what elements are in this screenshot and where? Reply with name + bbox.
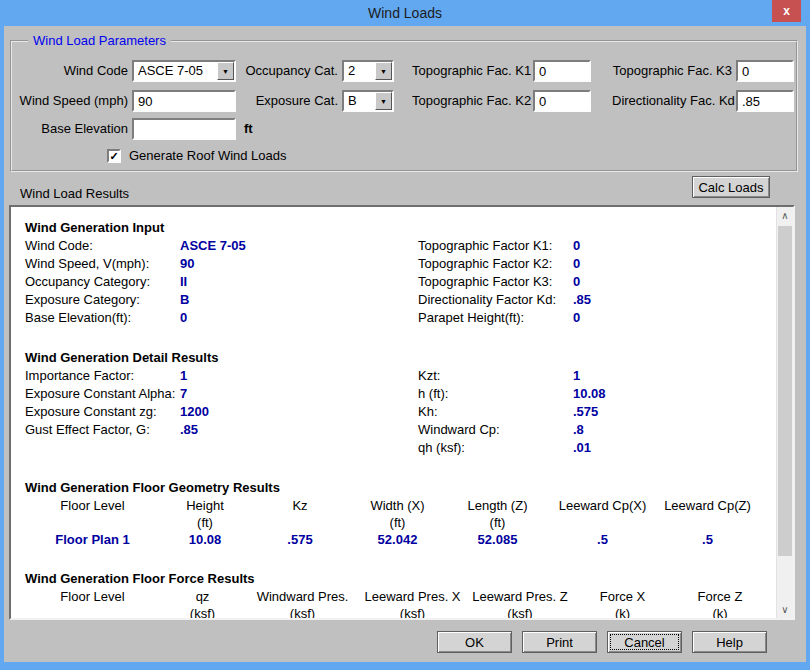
result-value: [180, 439, 418, 457]
table-unit-cell: (ft): [445, 514, 550, 531]
result-label: Wind Speed, V(mph):: [25, 255, 180, 273]
table-unit-cell: (k): [670, 605, 770, 620]
wind-code-value: ASCE 7-05: [134, 62, 217, 80]
table-header-cell: Length (Z): [445, 497, 550, 514]
result-label: [25, 439, 180, 457]
exposure-cat-combo[interactable]: B ▼: [342, 90, 394, 112]
table-unit-cell: [250, 514, 350, 531]
wind-speed-input[interactable]: [132, 90, 236, 112]
table-unit-cell: [25, 605, 160, 620]
scrollbar-thumb[interactable]: [778, 226, 792, 556]
scroll-down-icon[interactable]: ∨: [777, 601, 793, 618]
help-button[interactable]: Help: [692, 631, 767, 653]
check-icon: ✓: [109, 150, 118, 162]
table-units-row: (ft) (ft) (ft): [25, 514, 776, 531]
table-unit-cell: [655, 514, 760, 531]
ok-button[interactable]: OK: [437, 631, 512, 653]
occupancy-cat-combo[interactable]: 2 ▼: [342, 60, 394, 82]
table-header-cell: Height: [160, 497, 250, 514]
floor-force-section: Wind Generation Floor Force Results Floo…: [25, 570, 776, 620]
wind-load-results-label: Wind Load Results: [20, 186, 129, 201]
result-value: ASCE 7-05: [180, 237, 418, 255]
base-elevation-unit: ft: [244, 118, 253, 140]
results-panel: Wind Generation Input Wind Code:ASCE 7-0…: [9, 205, 795, 620]
generate-roof-label: Generate Roof Wind Loads: [129, 148, 287, 163]
table-header-cell: Floor Level: [25, 588, 160, 605]
table-cell: 10.08: [160, 531, 250, 548]
cancel-button[interactable]: Cancel: [607, 631, 682, 653]
result-label: Topographic Factor K3:: [418, 273, 573, 291]
result-value: 90: [180, 255, 418, 273]
chevron-down-icon[interactable]: ▼: [217, 62, 234, 80]
generate-roof-checkbox[interactable]: ✓: [107, 149, 121, 163]
table-header-row: Floor Level Height Kz Width (X) Length (…: [25, 497, 776, 514]
table-unit-cell: (ksf): [465, 605, 575, 620]
result-label: Directionality Factor Kd:: [418, 291, 573, 309]
result-label: Wind Code:: [25, 237, 180, 255]
titlebar[interactable]: Wind Loads x: [0, 0, 810, 26]
wind-loads-dialog: Wind Load Parameters Wind Code ASCE 7-05…: [4, 26, 806, 662]
calc-loads-button[interactable]: Calc Loads: [692, 176, 770, 198]
table-header-cell: Leeward Pres. Z: [465, 588, 575, 605]
table-cell: 52.085: [445, 531, 550, 548]
result-value: 0: [573, 255, 776, 273]
wind-generation-input-section: Wind Generation Input Wind Code:ASCE 7-0…: [25, 219, 776, 327]
table-header-cell: Force X: [575, 588, 670, 605]
scroll-up-icon[interactable]: ∧: [777, 207, 793, 224]
table-units-row: (ksf) (ksf) (ksf) (ksf) (k) (k): [25, 605, 776, 620]
window-title: Wind Loads: [368, 5, 442, 21]
result-value: II: [180, 273, 418, 291]
table-header-row: Floor Level qz Windward Pres. Leeward Pr…: [25, 588, 776, 605]
result-value: 0: [180, 309, 418, 327]
table-unit-cell: (ksf): [160, 605, 245, 620]
table-header-cell: Width (X): [350, 497, 445, 514]
base-elevation-input[interactable]: [132, 118, 236, 140]
topo-k3-input[interactable]: [736, 60, 794, 82]
section-title: Wind Generation Floor Force Results: [25, 570, 776, 588]
generate-roof-wind-loads-row: ✓ Generate Roof Wind Loads: [107, 148, 287, 163]
result-value: .85: [180, 421, 418, 439]
floor-geometry-section: Wind Generation Floor Geometry Results F…: [25, 479, 776, 548]
table-header-cell: Force Z: [670, 588, 770, 605]
wind-speed-label: Wind Speed (mph): [14, 90, 128, 112]
window-frame: Wind Loads x Wind Load Parameters Wind C…: [0, 0, 810, 670]
table-header-cell: Kz: [250, 497, 350, 514]
result-value: 1: [573, 367, 776, 385]
results-scrollbar[interactable]: ∧ ∨: [776, 207, 793, 618]
topo-k2-input[interactable]: [533, 90, 591, 112]
topo-k1-input[interactable]: [533, 60, 591, 82]
result-value: 0: [573, 237, 776, 255]
base-elevation-label: Base Elevation: [14, 118, 128, 140]
table-row: Floor Plan 1 10.08 .575 52.042 52.085 .5…: [25, 531, 776, 548]
close-icon[interactable]: x: [772, 0, 801, 22]
wind-code-label: Wind Code: [14, 60, 128, 82]
directionality-kd-input[interactable]: [736, 90, 794, 112]
table-cell: 52.042: [350, 531, 445, 548]
result-label: Importance Factor:: [25, 367, 180, 385]
result-label: Kzt:: [418, 367, 573, 385]
table-unit-cell: (ksf): [245, 605, 360, 620]
occupancy-cat-value: 2: [344, 62, 375, 80]
result-value: .575: [573, 403, 776, 421]
section-title: Wind Generation Input: [25, 219, 776, 237]
directionality-kd-label: Directionality Fac. Kd: [612, 90, 732, 112]
result-label: h (ft):: [418, 385, 573, 403]
exposure-cat-label: Exposure Cat.: [242, 90, 338, 112]
table-cell: .5: [550, 531, 655, 548]
table-header-cell: qz: [160, 588, 245, 605]
result-value: 0: [573, 309, 776, 327]
chevron-down-icon[interactable]: ▼: [375, 62, 392, 80]
wind-generation-detail-section: Wind Generation Detail Results Importanc…: [25, 349, 776, 457]
result-label: Exposure Constant Alpha:: [25, 385, 180, 403]
table-header-cell: Floor Level: [25, 497, 160, 514]
result-value: .85: [573, 291, 776, 309]
chevron-down-icon[interactable]: ▼: [375, 92, 392, 110]
section-title: Wind Generation Floor Geometry Results: [25, 479, 776, 497]
result-label: Occupancy Category:: [25, 273, 180, 291]
result-value: B: [180, 291, 418, 309]
print-button[interactable]: Print: [522, 631, 597, 653]
result-label: Exposure Category:: [25, 291, 180, 309]
table-header-cell: Windward Pres.: [245, 588, 360, 605]
wind-code-combo[interactable]: ASCE 7-05 ▼: [132, 60, 236, 82]
occupancy-cat-label: Occupancy Cat.: [242, 60, 338, 82]
